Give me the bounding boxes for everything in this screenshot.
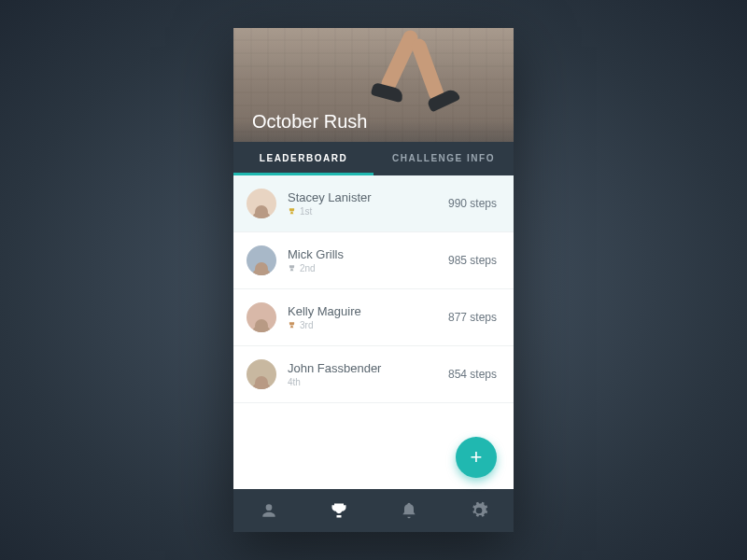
user-rank: 4th [288,377,448,387]
plus-icon: + [471,445,483,469]
steps-count: 990 steps [448,197,497,210]
bottom-nav [233,489,514,532]
list-item-info: Mick Grills 2nd [288,247,448,273]
tab-bar: LEADERBOARD CHALLENGE INFO [233,142,514,175]
rank-label: 2nd [300,263,316,273]
avatar [247,189,276,218]
add-button[interactable]: + [456,437,497,478]
trophy-icon [288,264,296,273]
rank-label: 4th [288,377,301,387]
list-item[interactable]: Stacey Lanister 1st 990 steps [233,175,514,232]
user-name: Stacey Lanister [288,190,448,204]
trophy-icon[interactable] [330,501,348,520]
list-item-info: Stacey Lanister 1st [288,190,448,217]
trophy-icon [288,207,296,216]
list-item[interactable]: Kelly Maguire 3rd 877 steps [233,289,514,346]
list-item-info: John Fassbender 4th [288,361,448,387]
user-rank: 3rd [288,320,448,330]
user-rank: 2nd [288,263,448,273]
hero-banner: October Rush LEADERBOARD CHALLENGE INFO [233,28,514,175]
list-item[interactable]: John Fassbender 4th 854 steps [233,346,514,403]
steps-count: 854 steps [448,368,497,381]
gear-icon[interactable] [470,501,488,520]
tab-leaderboard[interactable]: LEADERBOARD [233,142,374,175]
profile-icon[interactable] [260,501,278,520]
user-name: Mick Grills [288,247,448,261]
rank-label: 3rd [300,320,313,330]
list-item-info: Kelly Maguire 3rd [288,304,448,330]
avatar [247,245,276,275]
user-rank: 1st [288,206,448,217]
steps-count: 877 steps [448,311,497,324]
avatar [247,302,276,332]
user-name: John Fassbender [288,361,448,375]
page-title: October Rush [233,111,514,142]
avatar [247,359,276,389]
list-item[interactable]: Mick Grills 2nd 985 steps [233,232,514,289]
app-frame: October Rush LEADERBOARD CHALLENGE INFO … [233,28,514,532]
bell-icon[interactable] [400,501,418,520]
tab-challenge-info[interactable]: CHALLENGE INFO [374,142,514,175]
steps-count: 985 steps [448,254,497,267]
rank-label: 1st [300,206,312,217]
trophy-icon [288,321,296,329]
user-name: Kelly Maguire [288,304,448,318]
